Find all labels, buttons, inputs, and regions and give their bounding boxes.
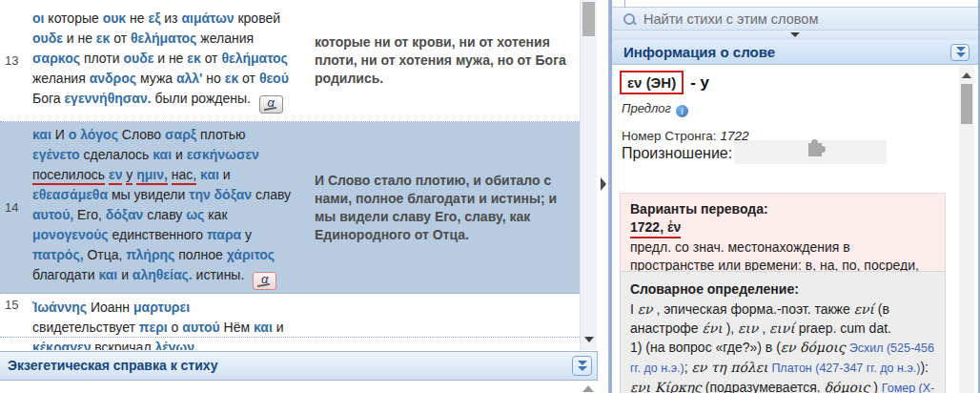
word-gloss: - у <box>690 73 709 93</box>
bible-study-app: 13οι которые ουκ не εξ из αιμάτων кровей… <box>0 0 980 393</box>
scrollbar-thumb[interactable] <box>961 84 972 124</box>
word-info-content: εν (ЭН) - у Предлогi Номер Стронга: 1722… <box>612 65 978 393</box>
greek-word[interactable]: ανδρος <box>90 71 136 86</box>
interlinear-cell: και И ο λόγος Слово σαρξ плотью εγένετο … <box>32 125 296 290</box>
greek-word[interactable]: δόξαν <box>106 207 144 222</box>
greek-word[interactable]: θεού <box>259 71 289 86</box>
greek-term: εν <box>638 301 653 317</box>
search-bar[interactable]: Найти стихи с этим словом <box>612 8 978 31</box>
greek-word[interactable]: αυτού, <box>32 207 73 222</box>
greek-word[interactable]: ως <box>186 207 204 222</box>
scroll-up-icon[interactable] <box>582 385 594 392</box>
russian-gloss: но <box>206 71 221 86</box>
greek-word[interactable]: και <box>200 167 219 182</box>
greek-word[interactable]: πατρός, <box>32 247 84 262</box>
russian-gloss: и <box>121 267 129 282</box>
greek-word[interactable]: οι <box>32 10 44 26</box>
russian-gloss: И <box>55 127 65 142</box>
morphology-button[interactable]: α <box>259 95 283 114</box>
greek-word[interactable]: χάριτος <box>227 247 275 262</box>
greek-word[interactable]: ουκ <box>103 10 127 26</box>
greek-word[interactable]: αιμάτων <box>181 10 234 26</box>
verse-table-scrollbar[interactable] <box>580 0 597 350</box>
greek-word[interactable]: αλλ' <box>176 71 203 86</box>
greek-word[interactable]: και <box>98 267 117 282</box>
chevron-down-icon <box>578 366 587 371</box>
info-icon[interactable]: i <box>676 105 688 117</box>
word-info-scrollbar[interactable] <box>959 65 974 393</box>
greek-word[interactable]: αληθείας. <box>133 267 193 282</box>
russian-gloss: были рождены. <box>155 91 251 106</box>
part-of-speech: Предлогi <box>622 101 688 117</box>
greek-word[interactable]: την δόξαν <box>189 187 252 202</box>
greek-word[interactable]: περι <box>139 320 168 335</box>
scroll-down-icon[interactable] <box>584 337 594 342</box>
greek-word[interactable]: μονογενούς <box>32 227 109 242</box>
panel-splitter[interactable] <box>597 0 610 393</box>
exegetical-panel-title: Экзегетическая справка к стиху <box>8 352 218 380</box>
greek-word[interactable]: σαρκος <box>32 51 80 66</box>
greek-term: ενι Κίρκης <box>630 380 702 393</box>
morphology-button[interactable]: α <box>253 272 276 290</box>
greek-word[interactable]: θελήματος <box>131 31 196 46</box>
exegetical-panel-header[interactable]: Экзегетическая справка к стиху <box>0 351 598 381</box>
greek-word[interactable]: και <box>254 320 273 335</box>
russian-gloss: благодати <box>32 267 95 282</box>
russian-gloss: от <box>113 31 127 46</box>
greek-term: εν τη πόλει <box>691 360 767 375</box>
greek-word[interactable]: πλήρης <box>126 247 174 262</box>
scrollbar-thumb[interactable] <box>582 2 595 36</box>
russian-gloss: поселилось <box>32 167 105 185</box>
verse-row: 13οι которые ουκ не εξ из αιμάτων кровей… <box>0 0 580 122</box>
author-link[interactable]: Платон (427-347 гг. до н.э.) <box>771 362 920 375</box>
greek-word[interactable]: ουδε <box>123 51 153 66</box>
greek-word[interactable]: σαρξ <box>165 127 196 142</box>
greek-word[interactable]: εγένετο <box>32 147 80 162</box>
greek-word[interactable]: Ἰωάννης <box>32 300 87 315</box>
greek-word[interactable]: εκ <box>187 51 200 66</box>
greek-word[interactable]: εξ <box>149 10 161 26</box>
greek-word[interactable]: ο λόγος <box>69 127 118 142</box>
greek-word[interactable]: κέκραγεν <box>32 340 91 350</box>
greek-word[interactable]: θελήματος <box>221 51 287 66</box>
greek-word[interactable]: ουδε <box>32 31 63 46</box>
greek-word[interactable]: εν <box>109 167 122 185</box>
scroll-up-icon[interactable] <box>962 72 971 78</box>
pronunciation-label: Произношение: <box>622 145 732 162</box>
greek-word[interactable]: λέγων, <box>154 340 197 350</box>
greek-word[interactable]: εθεασάμεθα <box>32 187 108 202</box>
collapse-info-button[interactable] <box>950 44 970 61</box>
word-info-title: Информация о слове <box>623 40 775 64</box>
greek-word[interactable]: και <box>153 147 172 162</box>
greek-word[interactable]: ημιν, <box>136 167 168 185</box>
greek-word[interactable]: μαρτυρει <box>133 300 190 315</box>
search-collapse-handle[interactable] <box>612 31 978 40</box>
plugin-puzzle-icon <box>808 143 822 156</box>
collapse-panel-button[interactable] <box>572 356 592 376</box>
russian-gloss: вскричал <box>94 340 151 350</box>
splitter-collapse-icon[interactable] <box>601 177 606 191</box>
verse-number: 13 <box>0 53 32 68</box>
russian-gloss: славу <box>255 187 291 202</box>
greek-word[interactable]: εγεννήθησαν. <box>64 91 151 106</box>
translation-cell: которые ни от крови, ни от хотения плоти… <box>315 33 578 88</box>
translation-cell: И Слово стало плотию, и обитало с нами, … <box>315 172 578 244</box>
text: praep. cum dat. <box>795 321 891 336</box>
russian-gloss: кровей <box>237 10 280 26</box>
strong-number-label: Номер Стронга: <box>622 129 717 143</box>
greek-word[interactable]: παρα <box>207 227 241 242</box>
greek-term: ενί <box>854 301 874 317</box>
audio-plugin-placeholder[interactable] <box>734 140 887 164</box>
greek-word[interactable]: εκ <box>225 71 238 86</box>
greek-term: εινί <box>769 321 795 336</box>
greek-word[interactable]: αυτού <box>182 320 219 335</box>
word-info-header[interactable]: Информация о слове <box>612 40 978 65</box>
greek-word[interactable]: εκ <box>96 31 110 46</box>
russian-gloss: Нём <box>224 320 251 335</box>
russian-gloss: от <box>205 51 218 66</box>
russian-gloss: мы увидели <box>112 187 185 202</box>
greek-word[interactable]: εσκήνωσεν <box>187 147 259 162</box>
interlinear-cell: οι которые ουκ не εξ из αιμάτων кровей ο… <box>32 9 296 114</box>
chevron-down-icon <box>956 47 966 52</box>
greek-word[interactable]: και <box>32 127 51 142</box>
